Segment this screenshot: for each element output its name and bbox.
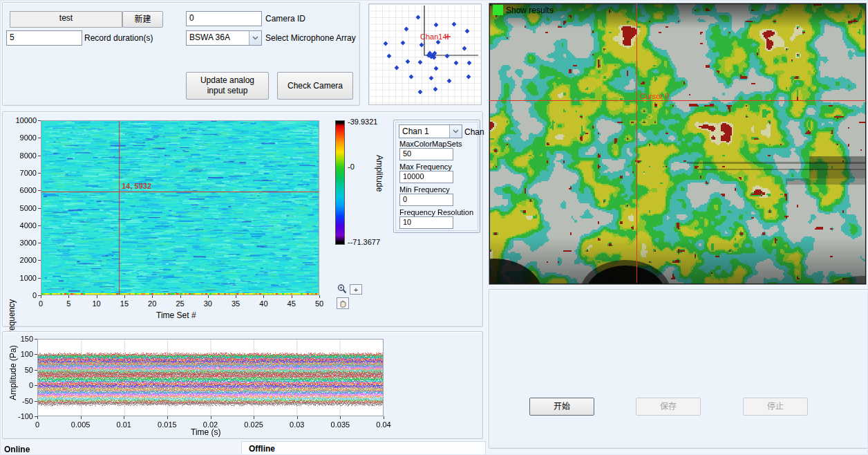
tab-offline-label: Offline bbox=[249, 444, 275, 454]
colorbar-min-label: --71.3677 bbox=[348, 238, 380, 246]
mic-array-plot[interactable]: Chan14 bbox=[368, 3, 482, 105]
mic-dot bbox=[416, 15, 421, 20]
camera-cursor-hline[interactable] bbox=[489, 100, 866, 101]
waveform-plot[interactable] bbox=[37, 339, 384, 416]
waveform-panel: Amplitude (Pa) 150100500-50-10000.0050.0… bbox=[2, 331, 483, 439]
axis-tick bbox=[97, 295, 97, 298]
camera-id-input[interactable]: 0 bbox=[186, 11, 262, 26]
new-button[interactable]: 新建 bbox=[122, 11, 163, 28]
mic-dot bbox=[433, 87, 438, 92]
axis-tick bbox=[35, 385, 37, 386]
mic-dot bbox=[395, 66, 399, 71]
spectrogram-plot[interactable]: 14, 5932 bbox=[41, 120, 319, 295]
record-duration-input[interactable]: 5 bbox=[6, 30, 82, 46]
axis-tick-label: 0 bbox=[23, 420, 51, 429]
axis-tick-label: 45 bbox=[278, 299, 305, 308]
axis-tick-label: 0.025 bbox=[240, 420, 267, 429]
min-frequency-input[interactable]: 0 bbox=[399, 194, 453, 206]
mic-dot bbox=[434, 23, 439, 28]
axis-tick bbox=[38, 225, 41, 226]
spectrogram-image[interactable] bbox=[41, 121, 319, 295]
test-name-field[interactable]: test bbox=[10, 11, 122, 28]
axis-tick bbox=[254, 416, 254, 419]
mic-dot bbox=[434, 66, 439, 71]
mic-dot bbox=[404, 27, 409, 32]
axis-tick bbox=[319, 295, 320, 298]
mic-dot bbox=[466, 75, 471, 80]
zoom-tool-icon[interactable] bbox=[337, 284, 348, 295]
max-frequency-input[interactable]: 10000 bbox=[399, 171, 453, 183]
axis-tick bbox=[37, 416, 38, 419]
max-frequency-label: Max Frequency bbox=[399, 162, 452, 171]
axis-tick bbox=[38, 190, 41, 191]
waveform-traces[interactable] bbox=[38, 340, 383, 416]
check-camera-button[interactable]: Check Camera bbox=[277, 72, 353, 100]
axis-tick bbox=[38, 120, 41, 121]
show-results-label: Show results bbox=[506, 6, 554, 15]
axis-tick-label: 30 bbox=[194, 299, 222, 308]
mic-array-points bbox=[369, 4, 480, 103]
array-channel-label: Chan14 bbox=[420, 32, 447, 41]
spectrogram-cursor-hline[interactable] bbox=[41, 192, 319, 192]
axis-tick-label: 5000 bbox=[9, 204, 37, 212]
axis-tick-label: 0 bbox=[9, 291, 37, 299]
save-button[interactable]: 保存 bbox=[636, 398, 701, 416]
spectrogram-xlabel: Time Set # bbox=[156, 310, 196, 320]
chan-dropdown[interactable]: Chan 1 bbox=[399, 124, 462, 138]
stop-button[interactable]: 停止 bbox=[743, 398, 808, 416]
camera-view[interactable]: Cursor 0 Show results bbox=[489, 3, 867, 285]
axis-tick-label: 0.015 bbox=[153, 420, 181, 429]
axis-tick bbox=[35, 339, 37, 340]
max-colormap-input[interactable]: 50 bbox=[399, 148, 453, 160]
show-results-checkbox[interactable] bbox=[493, 5, 503, 15]
spectrogram-cursor-label: 14, 5932 bbox=[122, 182, 151, 190]
start-button[interactable]: 开始 bbox=[529, 398, 594, 416]
record-duration-label: Record duration(s) bbox=[84, 33, 153, 43]
axis-tick-label: 0 bbox=[27, 299, 55, 308]
axis-tick bbox=[35, 370, 37, 371]
axis-tick bbox=[384, 416, 384, 419]
spectrogram-cursor-vline[interactable] bbox=[119, 121, 120, 295]
axis-tick-label: 0.03 bbox=[283, 420, 311, 429]
axis-tick bbox=[41, 295, 41, 298]
array-axes bbox=[424, 6, 478, 55]
axis-tick-label: 15 bbox=[111, 299, 138, 308]
chevron-down-icon[interactable] bbox=[449, 125, 462, 138]
colorbar-axis-label: Amplitude bbox=[375, 155, 384, 192]
crosshair-tool-icon[interactable]: + bbox=[350, 284, 362, 295]
axis-tick-label: -50 bbox=[6, 397, 33, 405]
frequency-resolution-input[interactable]: 10 bbox=[399, 216, 453, 229]
axis-tick bbox=[38, 138, 41, 138]
axis-tick-label: -100 bbox=[6, 412, 33, 420]
axis-tick-label: 4000 bbox=[9, 221, 37, 230]
axis-tick-label: 8000 bbox=[9, 151, 37, 160]
camera-id-label: Camera ID bbox=[265, 14, 305, 24]
display-controls-panel: Chan 1 Chan MaxColorMapSets 50 Max Frequ… bbox=[393, 120, 480, 233]
axis-tick-label: 25 bbox=[167, 299, 194, 308]
acoustic-map-image[interactable] bbox=[490, 4, 865, 284]
axis-tick bbox=[208, 295, 209, 298]
axis-tick-label: 9000 bbox=[9, 133, 37, 142]
mic-dot bbox=[452, 22, 457, 27]
tab-offline[interactable]: Offline bbox=[241, 441, 486, 455]
mic-array-value: BSWA 36A bbox=[187, 31, 249, 45]
axis-tick-label: 7000 bbox=[9, 169, 37, 177]
tab-online[interactable]: Online bbox=[4, 445, 30, 454]
axis-tick-label: 0.005 bbox=[67, 420, 95, 429]
axis-tick-label: 5 bbox=[55, 299, 82, 308]
axis-tick bbox=[35, 354, 37, 355]
mic-array-dropdown[interactable]: BSWA 36A bbox=[186, 30, 262, 46]
axis-tick-label: 150 bbox=[6, 335, 33, 343]
mic-dot bbox=[409, 75, 414, 80]
axis-tick-label: 10000 bbox=[9, 116, 37, 124]
camera-cursor-vline[interactable] bbox=[636, 3, 637, 283]
mic-dot bbox=[445, 54, 450, 59]
update-analog-input-button[interactable]: Update analog input setup bbox=[186, 72, 269, 100]
chan-dropdown-value: Chan 1 bbox=[399, 125, 449, 138]
pan-hand-tool-icon[interactable] bbox=[337, 297, 349, 309]
mic-dot bbox=[467, 61, 472, 66]
axis-tick bbox=[211, 416, 211, 419]
chevron-down-icon[interactable] bbox=[249, 31, 261, 45]
mic-dot bbox=[447, 79, 452, 84]
mic-dot bbox=[465, 29, 470, 34]
